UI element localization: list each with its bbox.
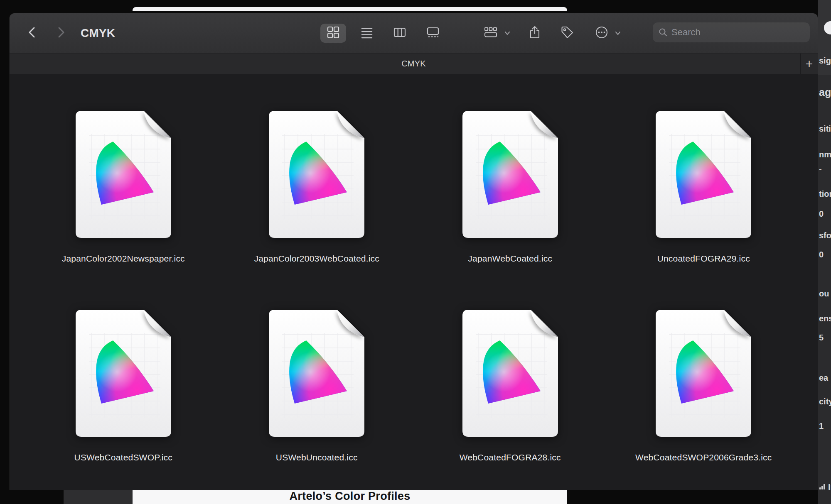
share-button[interactable] (528, 25, 542, 41)
file-name: USWebUncoated.icc (276, 453, 358, 462)
background-window-fragment (64, 490, 133, 504)
panel-snippet: 5 (819, 333, 824, 343)
file-name: JapanWebCoated.icc (468, 254, 552, 264)
search-field[interactable] (653, 22, 810, 42)
file-name: JapanColor2002Newspaper.icc (62, 254, 185, 264)
tags-button[interactable] (560, 25, 574, 41)
file-name: WebCoatedSWOP2006Grade3.icc (635, 453, 772, 462)
grid-view-icon (327, 26, 340, 41)
right-app-panel: sig ag sitio nme - tion 0 sfo 0 ou ens 5… (818, 0, 831, 504)
chevron-right-icon (56, 25, 66, 42)
file-name: USWebCoatedSWOP.icc (74, 453, 172, 462)
new-tab-button[interactable]: + (800, 54, 818, 74)
file-name: WebCoatedFOGRA28.icc (460, 453, 561, 462)
chevron-left-icon (27, 25, 37, 42)
share-icon (528, 25, 542, 41)
tag-icon (560, 25, 574, 41)
file-name: JapanColor2003WebCoated.icc (254, 254, 379, 264)
icc-profile-icon (655, 309, 752, 438)
ellipsis-circle-icon (595, 25, 609, 41)
panel-snippet: ag (819, 86, 831, 98)
more-actions-chevron[interactable] (615, 29, 621, 37)
finder-window: CMYK (10, 13, 818, 490)
icc-profile-icon (655, 110, 752, 239)
back-button[interactable] (27, 25, 37, 42)
icc-profile-icon (462, 110, 559, 239)
window-title: CMYK (81, 27, 115, 40)
icc-profile-icon (75, 309, 172, 438)
search-input[interactable] (671, 27, 810, 38)
group-by-button[interactable] (484, 25, 498, 41)
icc-profile-icon (75, 110, 172, 239)
panel-snippet: - (819, 164, 822, 174)
panel-snippet: ou (819, 289, 829, 298)
icc-profile-icon (268, 110, 365, 239)
panel-snippet: 1 (819, 421, 824, 431)
chevron-down-icon (615, 29, 621, 37)
file-item[interactable]: USWebUncoated.icc (220, 309, 414, 462)
panel-snippet: ens (819, 314, 831, 323)
panel-snippet: sitio (819, 124, 831, 134)
file-item[interactable]: WebCoatedSWOP2006Grade3.icc (607, 309, 801, 462)
forward-button[interactable] (56, 25, 66, 42)
view-as-list-button[interactable] (360, 26, 374, 41)
file-item[interactable]: JapanColor2002Newspaper.icc (27, 110, 220, 264)
chart-bars-icon (819, 483, 826, 492)
background-banner-text: Artelo’s Color Profiles (290, 490, 411, 504)
panel-snippet: sig (819, 56, 831, 66)
file-row-1: JapanColor2002Newspaper.icc JapanColor20… (27, 110, 800, 264)
panel-snippet: tion (819, 189, 831, 199)
file-name: UncoatedFOGRA29.icc (657, 254, 750, 264)
search-icon (658, 27, 668, 37)
view-as-gallery-button[interactable] (426, 26, 440, 41)
group-grid-icon (484, 25, 498, 41)
panel-snippet: 0 (819, 250, 824, 259)
panel-snippet: ea (819, 373, 828, 383)
file-item[interactable]: WebCoatedFOGRA28.icc (413, 309, 607, 462)
tab-cmyk[interactable]: CMYK (401, 59, 426, 69)
icc-profile-icon (462, 309, 559, 438)
view-as-icons-button[interactable] (327, 26, 340, 41)
file-grid: JapanColor2002Newspaper.icc JapanColor20… (10, 74, 818, 490)
group-by-chevron[interactable] (504, 29, 510, 37)
panel-bottom-item: In (819, 482, 831, 492)
finder-tab-bar: CMYK + (10, 53, 818, 74)
panel-snippet: In (828, 482, 831, 492)
more-actions-button[interactable] (595, 25, 609, 41)
chevron-down-icon (504, 29, 510, 37)
panel-snippet: nme (819, 150, 831, 159)
view-as-columns-button[interactable] (393, 26, 406, 41)
panel-snippet: city (819, 397, 831, 406)
file-item[interactable]: JapanWebCoated.icc (413, 110, 607, 264)
icc-profile-icon (268, 309, 365, 438)
file-item[interactable]: UncoatedFOGRA29.icc (607, 110, 801, 264)
panel-snippet: sfo (819, 231, 831, 240)
gallery-view-icon (426, 26, 440, 41)
columns-view-icon (393, 26, 406, 41)
panel-snippet: 0 (819, 209, 824, 219)
background-window-top-edge (133, 7, 567, 11)
list-view-icon (360, 26, 374, 41)
file-item[interactable]: JapanColor2003WebCoated.icc (220, 110, 414, 264)
background-window-bottom: Artelo’s Color Profiles (133, 490, 567, 504)
finder-toolbar: CMYK (10, 13, 818, 53)
file-row-2: USWebCoatedSWOP.icc USWebUncoated.icc We… (27, 309, 800, 462)
file-item[interactable]: USWebCoatedSWOP.icc (27, 309, 220, 462)
